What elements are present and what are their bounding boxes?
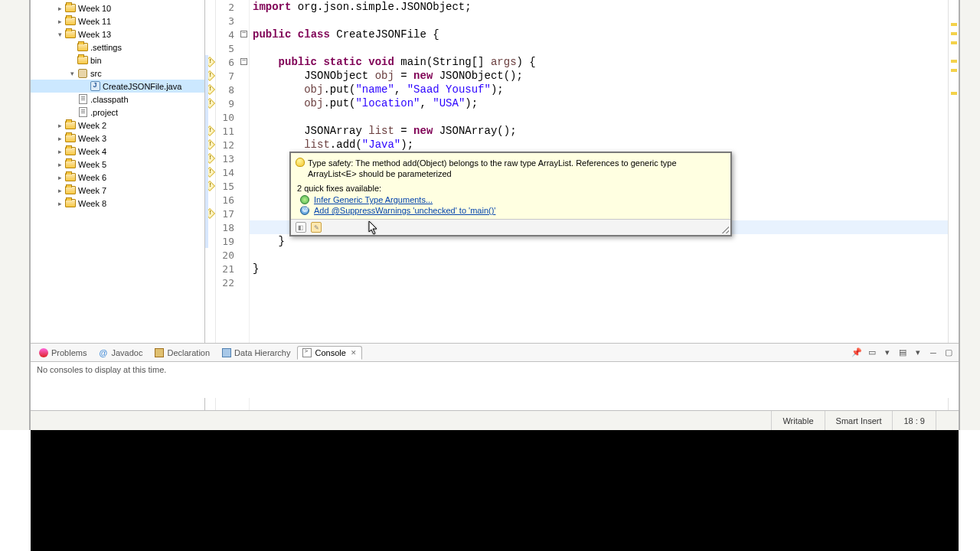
fold-toggle-icon[interactable] (240, 31, 247, 37)
line-number[interactable]: 18 (216, 220, 239, 234)
code-line[interactable]: JSONObject obj = new JSONObject(); (253, 69, 948, 83)
overview-warning-marker[interactable] (951, 23, 957, 26)
tree-item[interactable]: Week 10 (31, 2, 204, 15)
overview-warning-marker[interactable] (951, 41, 957, 44)
resize-grip-icon[interactable] (720, 224, 729, 233)
tree-item[interactable]: .project (31, 106, 204, 119)
tree-twisty-icon[interactable] (55, 160, 64, 169)
tab-javadoc[interactable]: @Javadoc (93, 346, 148, 360)
tree-item[interactable]: Week 8 (31, 197, 204, 210)
line-number[interactable]: 14 (216, 165, 239, 179)
tree-item[interactable]: Week 11 (31, 15, 204, 28)
tree-twisty-icon[interactable] (67, 69, 77, 78)
line-number[interactable]: 4 (216, 28, 239, 41)
code-line[interactable]: obj.put("location", "USA"); (253, 96, 948, 110)
tree-twisty-icon[interactable] (55, 173, 64, 182)
console-open-button[interactable]: ▤ (896, 346, 910, 360)
tab-problems[interactable]: Problems (34, 346, 92, 360)
line-number[interactable]: 19 (216, 234, 239, 248)
code-line[interactable] (253, 14, 948, 28)
quickfix-popup[interactable]: Type safety: The method add(Object) belo… (289, 152, 732, 236)
line-number[interactable]: 5 (216, 41, 239, 55)
tree-item-label: Week 11 (78, 17, 111, 26)
line-number[interactable]: 22 (216, 276, 239, 289)
close-icon[interactable]: ✕ (351, 349, 357, 357)
console-pin-button[interactable]: 📌 (850, 346, 864, 360)
tree-item[interactable]: CreateJSONFile.java (31, 80, 204, 93)
code-line[interactable] (253, 248, 948, 262)
line-number[interactable]: 12 (216, 138, 239, 152)
lightbulb-icon (296, 158, 305, 167)
fold-toggle-icon[interactable] (240, 58, 247, 65)
quickfix-link[interactable]: Add @SuppressWarnings 'unchecked' to 'ma… (314, 206, 495, 215)
tab-datahier[interactable]: Data Hierarchy (217, 346, 296, 360)
folder-icon (64, 158, 77, 171)
code-line[interactable]: JSONArray list = new JSONArray(); (253, 124, 948, 138)
tab-console[interactable]: Console✕ (297, 346, 361, 360)
line-number[interactable]: 20 (216, 248, 239, 262)
tree-item[interactable]: Week 7 (31, 184, 204, 197)
quickfix-link[interactable]: Infer Generic Type Arguments... (314, 195, 433, 204)
project-tree[interactable]: Week 10Week 11Week 13.settingsbinsrcCrea… (31, 2, 204, 210)
line-number[interactable]: 2 (216, 0, 239, 14)
tree-item[interactable]: Week 4 (31, 145, 204, 158)
overview-warning-marker[interactable] (951, 92, 957, 95)
code-line[interactable] (253, 276, 948, 289)
code-line[interactable]: public static void main(String[] args) { (253, 55, 948, 69)
line-number[interactable]: 21 (216, 262, 239, 276)
datahier-icon (222, 348, 231, 357)
maximize-view-button[interactable]: ▢ (942, 346, 956, 360)
line-number[interactable]: 16 (216, 193, 239, 207)
line-number[interactable]: 8 (216, 83, 239, 96)
line-number[interactable]: 7 (216, 69, 239, 83)
tree-twisty-icon[interactable] (55, 186, 64, 195)
tree-item[interactable]: bin (31, 54, 204, 67)
tree-twisty-icon[interactable] (55, 17, 64, 26)
tree-item-label: .project (90, 108, 118, 117)
tree-item[interactable]: .settings (31, 41, 204, 54)
tree-twisty-icon[interactable] (55, 147, 64, 156)
line-number[interactable]: 15 (216, 179, 239, 193)
tree-item[interactable]: Week 6 (31, 171, 204, 184)
tab-declaration[interactable]: Declaration (149, 346, 215, 360)
code-line[interactable]: obj.put("name", "Saad Yousuf"); (253, 83, 948, 96)
minimize-view-button[interactable]: ─ (926, 346, 940, 360)
quickfix-footer-icon[interactable]: ✎ (311, 222, 322, 233)
code-line[interactable]: import org.json.simple.JSONObject; (253, 0, 948, 14)
overview-warning-marker[interactable] (951, 69, 957, 72)
quickfix-item[interactable]: Infer Generic Type Arguments... (297, 194, 724, 205)
code-line[interactable]: list.add("Java"); (253, 138, 948, 152)
code-line[interactable] (253, 110, 948, 124)
line-number[interactable]: 11 (216, 124, 239, 138)
overview-warning-marker[interactable] (951, 60, 957, 63)
tree-item[interactable]: Week 2 (31, 119, 204, 132)
tree-item[interactable]: .classpath (31, 93, 204, 106)
tree-item[interactable]: src (31, 67, 204, 80)
quickfix-item[interactable]: Add @SuppressWarnings 'unchecked' to 'ma… (297, 205, 724, 216)
tab-label: Declaration (167, 348, 210, 357)
line-number[interactable]: 17 (216, 207, 239, 220)
line-number[interactable]: 10 (216, 110, 239, 124)
line-number[interactable]: 9 (216, 96, 239, 110)
console-display-button[interactable]: ▭ (865, 346, 879, 360)
tree-twisty-icon[interactable] (55, 30, 64, 39)
line-number[interactable]: 3 (216, 14, 239, 28)
file-icon (77, 106, 89, 119)
tree-item[interactable]: Week 13 (31, 28, 204, 41)
line-number[interactable]: 13 (216, 152, 239, 165)
tree-twisty-icon[interactable] (55, 121, 64, 130)
folder-icon (64, 119, 77, 132)
line-number[interactable]: 6 (216, 55, 239, 69)
code-line[interactable] (253, 41, 948, 55)
tree-item[interactable]: Week 3 (31, 132, 204, 145)
console-dropdown-icon[interactable]: ▾ (880, 346, 894, 360)
code-line[interactable]: } (253, 262, 948, 276)
code-line[interactable]: public class CreateJSONFile { (253, 28, 948, 41)
tree-twisty-icon[interactable] (55, 4, 64, 13)
tree-twisty-icon[interactable] (55, 199, 64, 208)
quickfix-footer-icon[interactable]: ◧ (296, 222, 306, 233)
tree-item[interactable]: Week 5 (31, 158, 204, 171)
overview-warning-marker[interactable] (951, 32, 957, 35)
console-dropdown-icon[interactable]: ▾ (911, 346, 925, 360)
tree-twisty-icon[interactable] (55, 134, 64, 143)
